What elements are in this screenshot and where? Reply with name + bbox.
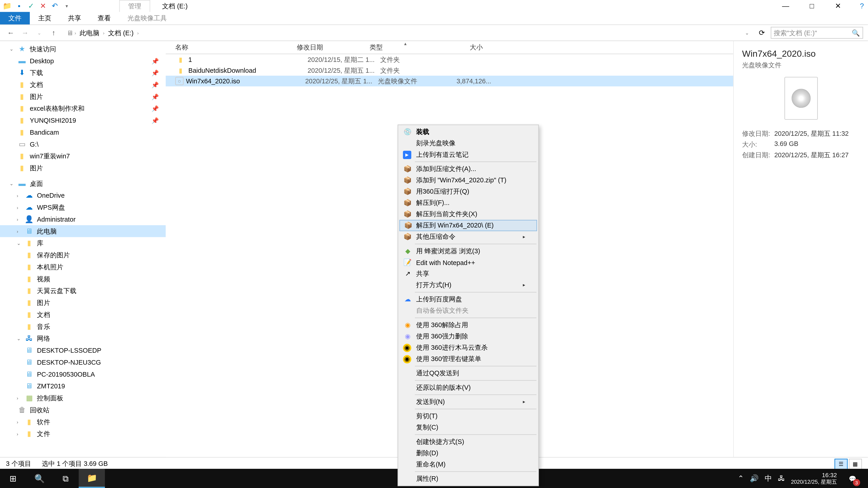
column-type[interactable]: 类型 xyxy=(370,43,435,52)
nav-excel[interactable]: ▮excel表格制作求和📌 xyxy=(0,103,166,115)
column-headers[interactable]: ▴ 名称 修改日期 类型 大小 xyxy=(166,41,733,54)
minimize-button[interactable]: — xyxy=(773,0,799,12)
nav-admin[interactable]: ›👤Administrator xyxy=(0,213,166,225)
nav-quick-access[interactable]: ⌄★快速访问 xyxy=(0,43,166,55)
ctx-360-trojan[interactable]: ◉使用 360进行木马云查杀 xyxy=(399,342,537,353)
volume-icon[interactable]: 🔊 xyxy=(750,474,759,483)
tab-share[interactable]: 共享 xyxy=(60,12,90,24)
explorer-taskbar-button[interactable]: 📁 xyxy=(79,469,105,488)
nav-videos[interactable]: ▮视频 xyxy=(0,273,166,285)
details-view-button[interactable]: ☰ xyxy=(835,458,848,469)
nav-local-pics[interactable]: ▮本机照片 xyxy=(0,261,166,273)
ctx-send-to[interactable]: 发送到(N)▸ xyxy=(399,396,537,408)
ctx-restore-prev[interactable]: 还原以前的版本(V) xyxy=(399,382,537,393)
nav-win7reinstall[interactable]: ▮win7重装win7 xyxy=(0,150,166,162)
ctx-delete[interactable]: 删除(D) xyxy=(399,447,537,459)
tab-file[interactable]: 文件 xyxy=(0,12,30,24)
breadcrumb[interactable]: 🖥 › 此电脑 › 文档 (E:) › xyxy=(62,27,739,38)
maximize-button[interactable]: □ xyxy=(799,0,825,12)
ctx-share[interactable]: ↗共享 xyxy=(399,268,537,280)
nav-downloads[interactable]: ⬇下载📌 xyxy=(0,67,166,78)
ctx-mount[interactable]: 💿装载 xyxy=(399,126,537,138)
start-button[interactable]: ⊞ xyxy=(0,469,26,488)
check-icon[interactable]: ✓ xyxy=(26,1,36,11)
recent-dropdown[interactable]: ⌄ xyxy=(33,27,45,39)
ctx-properties[interactable]: 属性(R) xyxy=(399,473,537,484)
breadcrumb-location[interactable]: 文档 (E:) xyxy=(106,27,136,38)
nav-music[interactable]: ▮音乐 xyxy=(0,321,166,332)
ime-icon[interactable]: 中 xyxy=(765,473,772,484)
nav-files[interactable]: ›▮文件 xyxy=(0,428,166,440)
ctx-notepad[interactable]: 📝Edit with Notepad++ xyxy=(399,257,537,268)
ctx-burn[interactable]: 刻录光盘映像 xyxy=(399,138,537,149)
nav-wps[interactable]: ›☁WPS网盘 xyxy=(0,201,166,213)
ctx-bee-browser[interactable]: ◆用 蜂蜜浏览器 浏览(3) xyxy=(399,246,537,257)
ctx-360-delete[interactable]: ◉使用 360强力删除 xyxy=(399,331,537,342)
ctx-other-compress[interactable]: 📦其他压缩命令▸ xyxy=(399,231,537,242)
tab-view[interactable]: 查看 xyxy=(90,12,119,24)
nav-control-panel[interactable]: ›▦控制面板 xyxy=(0,392,166,404)
action-center-button[interactable]: 💬 3 xyxy=(843,469,862,488)
breadcrumb-pc[interactable]: 此电脑 xyxy=(77,27,102,38)
ctx-copy[interactable]: 复制(C) xyxy=(399,422,537,433)
search-icon[interactable]: 🔍 xyxy=(852,29,860,37)
file-row[interactable]: ▮ 1 2020/12/15, 星期二 1... 文件夹 xyxy=(166,54,733,65)
column-name[interactable]: 名称 xyxy=(166,43,297,52)
ctx-add-archive[interactable]: 📦添加到压缩文件(A)... xyxy=(399,163,537,175)
nav-g-drive[interactable]: ▭G:\ xyxy=(0,138,166,150)
contextual-tab-manage[interactable]: 管理 xyxy=(119,0,150,12)
thumbnail-view-button[interactable]: ▦ xyxy=(849,458,862,469)
nav-pictures3[interactable]: ▮图片 xyxy=(0,297,166,308)
nav-desktop[interactable]: ▬Desktop📌 xyxy=(0,55,166,67)
nav-network[interactable]: ⌄🖧网络 xyxy=(0,332,166,344)
ctx-extract-here[interactable]: 📦解压到当前文件夹(X) xyxy=(399,208,537,220)
ctx-create-shortcut[interactable]: 创建快捷方式(S) xyxy=(399,436,537,447)
nav-pc2[interactable]: 🖥DESKTOP-NJEU3CG xyxy=(0,356,166,368)
file-row[interactable]: ▮ BaiduNetdiskDownload 2020/12/25, 星期五 1… xyxy=(166,65,733,75)
back-button[interactable]: ← xyxy=(5,27,17,39)
dropdown-icon[interactable]: ▾ xyxy=(62,1,71,11)
ctx-upload-baidu[interactable]: ☁上传到百度网盘 xyxy=(399,294,537,305)
delete-icon[interactable]: ✕ xyxy=(38,1,48,11)
tab-home[interactable]: 主页 xyxy=(30,12,60,24)
nav-onedrive[interactable]: ›☁OneDrive xyxy=(0,190,166,201)
nav-pc3[interactable]: 🖥PC-20190530OBLA xyxy=(0,368,166,380)
nav-library[interactable]: ⌄▮库 xyxy=(0,237,166,249)
nav-pictures2[interactable]: ▮图片 xyxy=(0,162,166,174)
search-input[interactable]: 搜索"文档 (E:)" 🔍 xyxy=(771,27,863,39)
ctx-qq-send[interactable]: 通过QQ发送到 xyxy=(399,367,537,379)
nav-tianyi[interactable]: ▮天翼云盘下载 xyxy=(0,285,166,297)
column-date[interactable]: 修改日期 xyxy=(297,43,370,52)
clock[interactable]: 16:32 2020/12/25, 星期五 xyxy=(791,471,837,485)
nav-pictures[interactable]: ▮图片📌 xyxy=(0,91,166,103)
search-button[interactable]: 🔍 xyxy=(26,469,53,488)
ctx-add-zip[interactable]: 📦添加到 "Win7x64_2020.zip" (T) xyxy=(399,175,537,186)
ctx-extract-to[interactable]: 📦解压到(F)... xyxy=(399,197,537,208)
forward-button[interactable]: → xyxy=(19,27,31,39)
tab-disc-tools[interactable]: 光盘映像工具 xyxy=(119,12,175,24)
nav-saved-pics[interactable]: ▮保存的图片 xyxy=(0,249,166,261)
nav-documents[interactable]: ▮文档📌 xyxy=(0,78,166,91)
address-dropdown-icon[interactable]: ⌄ xyxy=(741,30,753,35)
up-button[interactable]: ↑ xyxy=(48,27,60,39)
help-button[interactable]: ? xyxy=(856,0,868,12)
file-row-selected[interactable]: ○ Win7x64_2020.iso 2020/12/25, 星期五 1... … xyxy=(166,76,733,86)
save-icon[interactable]: ▪ xyxy=(14,1,24,11)
nav-this-pc[interactable]: ›🖥此电脑 xyxy=(0,225,166,237)
ctx-youdao[interactable]: ▸上传到有道云笔记 xyxy=(399,149,537,160)
column-size[interactable]: 大小 xyxy=(435,43,483,52)
nav-pc4[interactable]: 🖥ZMT2019 xyxy=(0,380,166,392)
refresh-button[interactable]: ⟳ xyxy=(755,29,768,37)
tray-overflow-icon[interactable]: ⌃ xyxy=(738,474,744,483)
ctx-extract-named[interactable]: 📦解压到 Win7x64_2020\ (E) xyxy=(399,220,537,231)
nav-bandicam[interactable]: ▮Bandicam xyxy=(0,126,166,138)
ctx-open-360zip[interactable]: 📦用360压缩打开(Q) xyxy=(399,186,537,197)
ctx-rename[interactable]: 重命名(M) xyxy=(399,459,537,470)
ctx-cut[interactable]: 剪切(T) xyxy=(399,411,537,422)
nav-recycle[interactable]: 🗑回收站 xyxy=(0,404,166,416)
nav-desktop-group[interactable]: ⌄▬桌面 xyxy=(0,177,166,190)
ctx-open-with[interactable]: 打开方式(H)▸ xyxy=(399,280,537,291)
nav-yunqishi[interactable]: ▮YUNQISHI2019📌 xyxy=(0,114,166,126)
undo-icon[interactable]: ↶ xyxy=(50,1,60,11)
nav-documents2[interactable]: ▮文档 xyxy=(0,308,166,321)
